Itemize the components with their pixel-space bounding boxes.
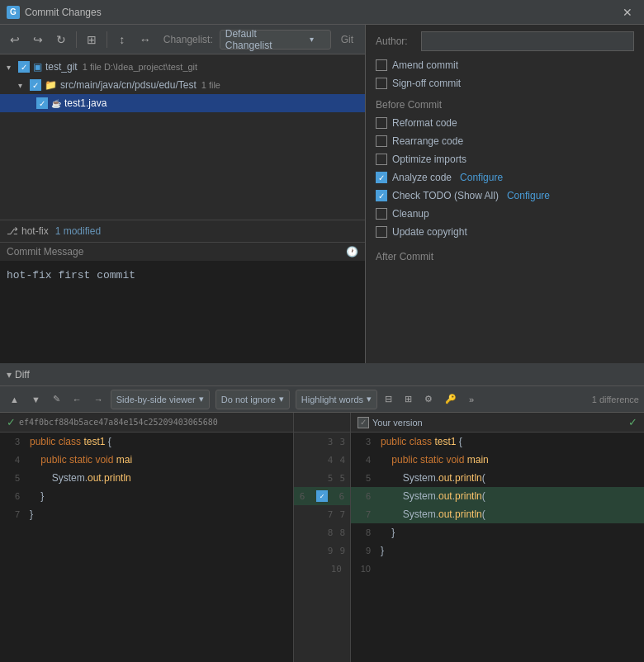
git-tab[interactable]: Git: [334, 32, 360, 47]
reformat-checkbox[interactable]: [376, 117, 387, 129]
check-todo-configure-link[interactable]: Configure: [507, 190, 550, 201]
expand-button[interactable]: ↕: [112, 30, 132, 50]
line-number: 6: [351, 491, 376, 501]
titlebar: G Commit Changes ✕: [0, 0, 644, 25]
side-view-button[interactable]: ⊞: [400, 390, 417, 409]
code-line: 3 public class test1 {: [351, 433, 644, 451]
viewer-label: Side-by-side viewer: [116, 395, 196, 404]
arrow-icon: ▾: [7, 63, 17, 72]
status-bar: ⎇ hot-fix 1 modified: [0, 220, 365, 243]
update-copyright-label: Update copyright: [392, 226, 467, 238]
gutter-line: 33: [294, 433, 350, 451]
reformat-row[interactable]: Reformat code: [376, 117, 634, 129]
code-text: System.out.println(: [376, 472, 485, 484]
diff-down-button[interactable]: ▼: [26, 390, 45, 409]
ignore-dropdown[interactable]: Do not ignore ▾: [215, 390, 290, 409]
redo-button[interactable]: ↪: [28, 30, 48, 50]
repo-icon: ▣: [33, 61, 42, 73]
amend-row[interactable]: Amend commit: [376, 59, 634, 71]
collapse-button[interactable]: ↔: [135, 30, 155, 50]
amend-checkbox[interactable]: [376, 59, 387, 71]
folder-name: src/main/java/cn/pdsu/edu/Test: [60, 79, 197, 91]
author-row: Author:: [376, 31, 634, 51]
diff-header[interactable]: ▾ Diff: [0, 363, 644, 386]
code-line: 9 }: [351, 541, 644, 560]
inline-view-button[interactable]: ⊟: [380, 390, 397, 409]
tree-item-file[interactable]: ✓ ☕ test1.java: [0, 94, 365, 112]
folder-checkbox[interactable]: ✓: [30, 79, 41, 91]
diff-title: Diff: [15, 369, 30, 381]
left-tick: ✓: [7, 416, 16, 428]
signoff-label: Sign-off commit: [392, 78, 461, 89]
code-line: 6 }: [0, 487, 293, 505]
diff-next-button[interactable]: →: [89, 390, 108, 409]
rearrange-label: Rearrange code: [392, 135, 463, 147]
line-number: 9: [351, 546, 376, 556]
commit-label-row: Commit Message 🕐: [0, 243, 365, 261]
highlight-dropdown[interactable]: Highlight words ▾: [296, 390, 377, 409]
author-input[interactable]: [421, 31, 634, 51]
line-number: 5: [351, 473, 376, 483]
tree-item-repo[interactable]: ▾ ✓ ▣ test_git 1 file D:\Idea_project\te…: [0, 58, 365, 76]
more-button[interactable]: »: [464, 390, 479, 409]
rearrange-row[interactable]: Rearrange code: [376, 135, 634, 147]
key-button[interactable]: 🔑: [440, 390, 462, 409]
code-line: 5 System.out.println(: [351, 469, 644, 487]
diff-up-button[interactable]: ▲: [5, 390, 24, 409]
amend-label: Amend commit: [392, 59, 458, 71]
close-button[interactable]: ✕: [618, 4, 637, 21]
gutter-line: 77: [294, 505, 350, 523]
cleanup-row[interactable]: Cleanup: [376, 208, 634, 220]
left-hash: ef4f0bcf884b5ace47a84e154c25209403065680: [19, 418, 218, 427]
file-name: test1.java: [64, 97, 107, 109]
center-gutter: 33 44 55 6 ✓ 6 77 88 99 10: [293, 413, 351, 662]
optimize-checkbox[interactable]: [376, 154, 387, 165]
signoff-checkbox[interactable]: [376, 78, 387, 89]
author-label: Author:: [376, 35, 421, 47]
app-icon: G: [7, 6, 20, 19]
gutter-line: 55: [294, 469, 350, 487]
tree-item-folder[interactable]: ▾ ✓ 📁 src/main/java/cn/pdsu/edu/Test 1 f…: [0, 76, 365, 94]
rearrange-checkbox[interactable]: [376, 135, 387, 147]
viewer-dropdown[interactable]: Side-by-side viewer ▾: [111, 390, 210, 409]
history-icon[interactable]: 🕐: [346, 246, 358, 258]
check-todo-row[interactable]: ✓ Check TODO (Show All) Configure: [376, 190, 634, 201]
update-copyright-checkbox[interactable]: [376, 226, 387, 238]
analyze-checkbox[interactable]: ✓: [376, 172, 387, 183]
analyze-row[interactable]: ✓ Analyze code Configure: [376, 172, 634, 183]
file-tree: ▾ ✓ ▣ test_git 1 file D:\Idea_project\te…: [0, 54, 365, 220]
file-checkbox[interactable]: ✓: [36, 97, 48, 109]
analyze-configure-link[interactable]: Configure: [460, 172, 503, 183]
line-check[interactable]: ✓: [316, 490, 328, 502]
update-copyright-row[interactable]: Update copyright: [376, 226, 634, 238]
optimize-row[interactable]: Optimize imports: [376, 154, 634, 165]
code-text: public class test1 {: [376, 436, 462, 447]
code-text: }: [25, 508, 33, 520]
dropdown-arrow: ▾: [310, 35, 314, 44]
line-number: 4: [351, 455, 376, 465]
refresh-button[interactable]: ↻: [51, 30, 71, 50]
undo-button[interactable]: ↩: [5, 30, 25, 50]
changelist-dropdown[interactable]: Default Changelist ▾: [220, 30, 331, 50]
diff-edit-button[interactable]: ✎: [48, 390, 65, 409]
settings-button[interactable]: ⚙: [419, 390, 438, 409]
viewer-arrow: ▾: [199, 394, 204, 404]
line-number: 3: [351, 437, 376, 447]
changelist-value: Default Changelist: [225, 28, 306, 51]
line-number: 4: [0, 455, 25, 465]
ignore-label: Do not ignore: [221, 395, 276, 404]
toolbar: ↩ ↪ ↻ ⊞ ↕ ↔ Changelist: Default Changeli…: [0, 25, 365, 54]
toolbar-separator-1: [76, 31, 77, 48]
group-button[interactable]: ⊞: [82, 30, 102, 50]
code-text: System.out.println(: [376, 508, 485, 520]
check-todo-label: Check TODO (Show All): [392, 190, 499, 201]
gutter-line: 99: [294, 541, 350, 560]
check-todo-checkbox[interactable]: ✓: [376, 190, 387, 201]
diff-prev-button[interactable]: ←: [68, 390, 87, 409]
repo-checkbox[interactable]: ✓: [18, 61, 30, 73]
cleanup-checkbox[interactable]: [376, 208, 387, 220]
code-text: System.out.println: [25, 472, 131, 484]
version-checkbox[interactable]: ✓: [358, 417, 369, 428]
signoff-row[interactable]: Sign-off commit: [376, 78, 634, 89]
code-text: public static void mai: [25, 454, 132, 466]
